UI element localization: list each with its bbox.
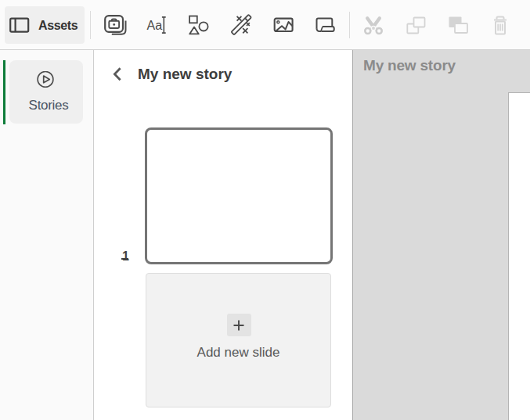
svg-text:Aa: Aa (147, 19, 163, 32)
